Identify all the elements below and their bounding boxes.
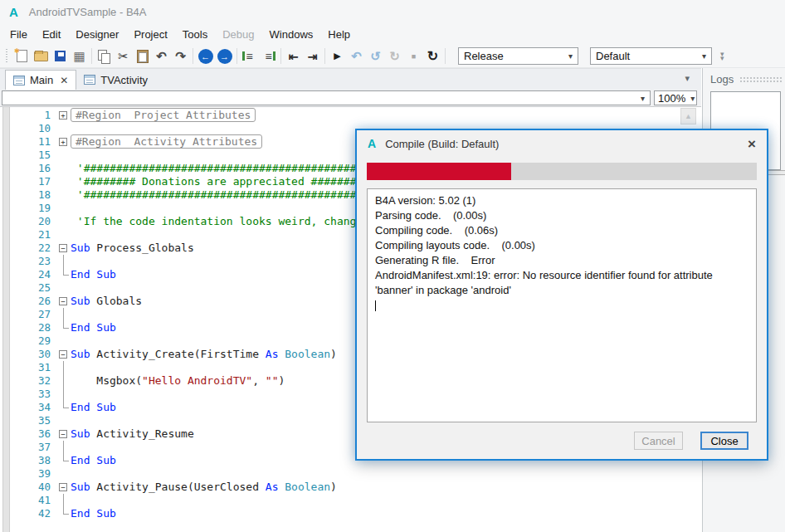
menu-bar: File Edit Designer Project Tools Debug W… — [0, 23, 785, 45]
code-line[interactable]: 39 — [0, 467, 683, 481]
compile-dialog-title: Compile (Build: Default) — [385, 138, 499, 150]
fold-margin[interactable] — [58, 401, 71, 414]
copy-icon[interactable] — [95, 47, 114, 66]
close-icon[interactable]: × — [748, 137, 756, 151]
outdent-icon[interactable]: ⇤ — [284, 47, 303, 66]
line-number: 27 — [0, 308, 58, 321]
collapse-region-icon[interactable]: − — [59, 244, 67, 252]
logs-panel-header[interactable]: Logs — [703, 68, 785, 90]
code-line[interactable]: 1+#Region Project Attributes — [0, 109, 683, 122]
menu-debug: Debug — [215, 25, 261, 44]
toolbar-grip[interactable] — [6, 49, 10, 64]
fold-margin[interactable]: − — [58, 295, 71, 308]
line-number: 21 — [0, 228, 58, 242]
fold-margin[interactable]: − — [58, 427, 71, 441]
code-line[interactable]: 41 — [0, 494, 683, 507]
fold-margin — [58, 188, 71, 202]
activity-module-icon — [13, 76, 25, 85]
redo-icon[interactable]: ↷ — [171, 47, 190, 66]
navigate-forward-icon[interactable]: → — [217, 49, 232, 64]
scrollbar-up-icon[interactable]: ▲ — [680, 108, 696, 124]
resume-icon[interactable]: ↶ — [347, 47, 366, 66]
build-configuration-select[interactable]: Release ▾ — [458, 47, 578, 65]
export-project-icon[interactable]: ▦ — [70, 47, 89, 66]
uncomment-icon[interactable]: ≡ — [259, 47, 278, 66]
compile-output[interactable]: B4A version: 5.02 (1)Parsing code. (0.00… — [367, 188, 757, 422]
menu-windows[interactable]: Windows — [262, 25, 321, 44]
tab-tvactivity[interactable]: TVActivity — [76, 70, 155, 90]
fold-margin[interactable] — [58, 361, 71, 374]
code-text: Msgbox("Hello AndroidTV", "") — [71, 374, 285, 388]
open-project-icon[interactable] — [32, 47, 51, 66]
save-icon[interactable] — [51, 47, 70, 66]
collapse-region-icon[interactable]: − — [59, 297, 67, 305]
line-number: 22 — [0, 242, 58, 255]
menu-file[interactable]: File — [2, 25, 35, 44]
build-mode-value: Default — [596, 50, 630, 62]
fold-margin[interactable]: + — [58, 135, 71, 149]
code-line[interactable]: 40−Sub Activity_Pause(UserClosed As Bool… — [0, 481, 683, 494]
toolbar-overflow-icon[interactable]: ▾▾ — [720, 52, 724, 61]
menu-project[interactable]: Project — [126, 25, 174, 44]
menu-designer[interactable]: Designer — [68, 25, 126, 44]
fold-margin[interactable] — [58, 507, 71, 520]
line-number: 20 — [0, 215, 58, 228]
fold-margin[interactable] — [58, 321, 71, 334]
document-tab-strip: Main ✕ TVActivity ▾ — [0, 68, 701, 90]
cut-icon[interactable]: ✂ — [114, 47, 133, 66]
build-mode-select[interactable]: Default ▾ — [590, 47, 712, 65]
fold-margin[interactable]: − — [58, 242, 71, 255]
clean-project-icon[interactable]: ↻ — [423, 47, 442, 66]
compile-progress-fill — [367, 163, 511, 180]
line-number: 26 — [0, 295, 58, 308]
collapse-region-icon[interactable]: − — [59, 483, 67, 491]
code-line[interactable]: 42End Sub — [0, 507, 683, 520]
new-project-icon[interactable] — [12, 47, 32, 66]
stop-icon[interactable]: ■ — [404, 47, 423, 66]
line-number: 29 — [0, 334, 58, 348]
module-member-select[interactable]: ▾ — [2, 90, 651, 105]
fold-margin[interactable] — [58, 308, 71, 321]
fold-margin[interactable] — [58, 388, 71, 401]
toolbar-separator — [236, 48, 237, 64]
expand-region-icon[interactable]: + — [59, 111, 67, 120]
close-tab-icon[interactable]: ✕ — [60, 75, 68, 86]
fold-margin[interactable] — [58, 441, 71, 454]
app-logo-icon: A — [368, 137, 376, 150]
comment-icon[interactable]: ≡ — [240, 47, 259, 66]
tab-list-chevron-icon[interactable]: ▾ — [685, 73, 690, 84]
toolbar-separator — [91, 48, 92, 64]
fold-margin[interactable] — [58, 494, 71, 507]
menu-edit[interactable]: Edit — [35, 25, 68, 44]
tab-main[interactable]: Main ✕ — [5, 70, 76, 90]
indent-icon[interactable]: ⇥ — [303, 47, 322, 66]
step-into-icon[interactable]: ↺ — [366, 47, 385, 66]
paste-icon[interactable] — [133, 47, 152, 66]
line-number: 38 — [0, 454, 58, 467]
run-icon[interactable]: ▶ — [328, 47, 347, 66]
navigate-back-icon[interactable]: ← — [198, 49, 213, 64]
compile-dialog-titlebar[interactable]: A Compile (Build: Default) × — [357, 130, 767, 157]
logs-drag-texture — [739, 76, 783, 84]
fold-margin[interactable] — [58, 255, 71, 268]
code-text: '######## Donations are appreciated ####… — [71, 175, 363, 188]
expand-region-icon[interactable]: + — [59, 138, 67, 146]
menu-help[interactable]: Help — [320, 25, 358, 44]
fold-margin[interactable]: − — [58, 348, 71, 361]
code-text: #Region Activity Attributes — [71, 135, 262, 149]
line-number: 28 — [0, 321, 58, 334]
step-over-icon[interactable]: ↻ — [385, 47, 404, 66]
fold-margin[interactable]: − — [58, 481, 71, 494]
menu-tools[interactable]: Tools — [175, 25, 215, 44]
collapse-region-icon[interactable]: − — [59, 350, 67, 359]
compile-dialog-buttons: Cancel Close — [634, 432, 748, 450]
code-text: '#######################################… — [71, 162, 356, 175]
collapse-region-icon[interactable]: − — [59, 430, 67, 438]
fold-margin[interactable] — [58, 454, 71, 467]
fold-margin[interactable]: + — [58, 109, 71, 122]
undo-icon[interactable]: ↶ — [152, 47, 171, 66]
editor-zoom-select[interactable]: 100% ▾ — [654, 90, 697, 105]
fold-margin[interactable] — [58, 268, 71, 281]
close-button[interactable]: Close — [700, 432, 748, 450]
fold-margin[interactable] — [58, 374, 71, 388]
